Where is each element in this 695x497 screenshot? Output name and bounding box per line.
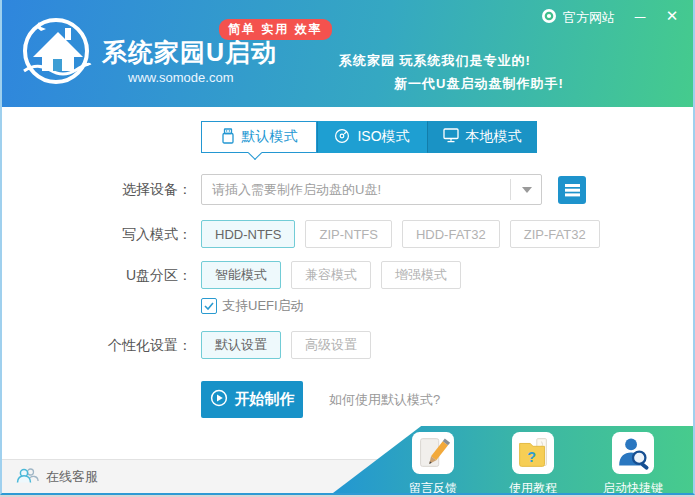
write-mode-zip-fat32[interactable]: ZIP-FAT32 xyxy=(510,220,600,248)
svg-text:?: ? xyxy=(527,449,536,465)
slogan-line1: 系统家园 玩系统我们是专业的! xyxy=(339,52,531,70)
shortcut-tutorial[interactable]: ? 使用教程 xyxy=(490,432,576,495)
uefi-checkbox-label: 支持UEFI启动 xyxy=(222,297,304,315)
personalize-label: 个性化设置： xyxy=(2,337,192,355)
write-mode-zip-ntfs[interactable]: ZIP-NTFS xyxy=(305,220,392,248)
tab-local-mode[interactable]: 本地模式 xyxy=(427,121,537,153)
app-title: 系统家园U启动 xyxy=(102,36,277,69)
target-circle-icon xyxy=(541,8,557,27)
app-window: 系统家园U启动 www.somode.com 简单 实用 效率 系统家园 玩系统… xyxy=(0,0,695,495)
tab-label: 默认模式 xyxy=(242,128,298,146)
personalize-advanced[interactable]: 高级设置 xyxy=(291,331,371,359)
shortcut-feedback[interactable]: 留言反馈 xyxy=(390,432,476,495)
person-magnifier-icon xyxy=(612,432,654,478)
official-site-link[interactable]: 官方网站 xyxy=(541,8,615,27)
partition-options: 智能模式 兼容模式 增强模式 xyxy=(201,261,461,289)
uefi-checkbox-row[interactable]: 支持UEFI启动 xyxy=(201,297,304,315)
partition-label: U盘分区： xyxy=(2,267,192,285)
tab-label: ISO模式 xyxy=(357,128,409,146)
disc-icon xyxy=(334,128,350,147)
write-mode-hdd-fat32[interactable]: HDD-FAT32 xyxy=(402,220,500,248)
partition-smart-mode[interactable]: 智能模式 xyxy=(201,261,281,289)
device-menu-button[interactable] xyxy=(558,176,586,204)
personalize-default[interactable]: 默认设置 xyxy=(201,331,281,359)
shortcut-label: 留言反馈 xyxy=(409,480,457,495)
online-service-label: 在线客服 xyxy=(46,468,98,486)
official-site-label: 官方网站 xyxy=(563,9,615,27)
device-label: 选择设备： xyxy=(2,181,192,199)
play-circle-icon xyxy=(210,389,228,410)
support-people-icon xyxy=(16,467,39,487)
folder-question-icon: ? xyxy=(512,432,554,478)
minimize-button[interactable]: ─ xyxy=(628,4,652,28)
house-logo-icon xyxy=(16,11,96,91)
personalize-options: 默认设置 高级设置 xyxy=(201,331,371,359)
app-header: 系统家园U启动 www.somode.com 简单 实用 效率 系统家园 玩系统… xyxy=(2,0,693,107)
write-mode-hdd-ntfs[interactable]: HDD-NTFS xyxy=(201,220,295,248)
footer-shortcut-panel: 留言反馈 ? 使用教程 xyxy=(333,426,693,493)
online-service-link[interactable]: 在线客服 xyxy=(16,467,98,487)
write-mode-label: 写入模式： xyxy=(2,226,192,244)
partition-enhanced-mode[interactable]: 增强模式 xyxy=(381,261,461,289)
partition-compat-mode[interactable]: 兼容模式 xyxy=(291,261,371,289)
tab-default-mode[interactable]: 默认模式 xyxy=(201,121,317,153)
tab-label: 本地模式 xyxy=(466,128,522,146)
start-button-label: 开始制作 xyxy=(235,390,295,409)
uefi-checkbox[interactable] xyxy=(201,298,217,314)
usb-drive-icon xyxy=(221,128,235,147)
feature-badge: 简单 实用 效率 xyxy=(219,19,332,40)
shortcut-label: 使用教程 xyxy=(509,480,557,495)
tab-iso-mode[interactable]: ISO模式 xyxy=(317,121,427,153)
shortcut-label: 启动快捷键 xyxy=(603,480,663,495)
close-button[interactable]: ✕ xyxy=(660,4,684,28)
slogan-line2: 新一代U盘启动盘制作助手! xyxy=(394,75,564,93)
pencil-feedback-icon xyxy=(412,432,454,478)
help-link[interactable]: 如何使用默认模式? xyxy=(329,391,440,409)
site-url: www.somode.com xyxy=(128,70,233,85)
select-divider xyxy=(510,179,511,200)
monitor-icon xyxy=(443,128,459,146)
write-mode-options: HDD-NTFS ZIP-NTFS HDD-FAT32 ZIP-FAT32 xyxy=(201,220,600,248)
hamburger-menu-icon xyxy=(565,184,580,196)
device-select-placeholder: 请插入需要制作启动盘的U盘! xyxy=(212,175,381,204)
device-select[interactable]: 请插入需要制作启动盘的U盘! xyxy=(201,174,542,205)
start-button[interactable]: 开始制作 xyxy=(201,381,303,418)
shortcut-boot-hotkey[interactable]: 启动快捷键 xyxy=(590,432,676,495)
chevron-down-icon xyxy=(522,187,532,193)
